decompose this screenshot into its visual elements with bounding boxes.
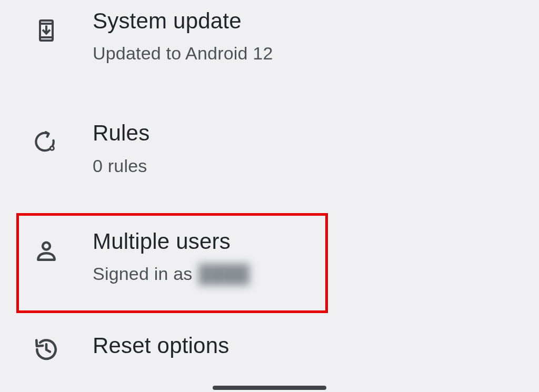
item-title: Reset options [93,334,539,358]
text-column: System update Updated to Android 12 [93,8,539,64]
text-column: Reset options [93,334,539,358]
item-subtitle: Signed in as ████ [93,264,539,284]
system-update-icon [32,16,61,45]
text-column: Rules 0 rules [93,120,539,176]
navigation-handle[interactable] [213,386,326,390]
item-title: System update [93,8,539,34]
settings-item-system-update[interactable]: System update Updated to Android 12 [0,4,539,92]
rules-icon [32,128,61,157]
icon-column [0,334,93,364]
item-title: Multiple users [93,229,539,254]
person-icon [32,236,61,266]
icon-column [0,229,93,266]
settings-item-rules[interactable]: Rules 0 rules [0,92,539,204]
svg-point-5 [51,147,53,149]
subtitle-prefix: Signed in as [93,264,197,284]
item-subtitle: 0 rules [93,156,539,176]
svg-point-6 [43,242,50,249]
icon-column [0,120,93,157]
item-title: Rules [93,120,539,146]
settings-item-multiple-users[interactable]: Multiple users Signed in as ████ [0,205,539,305]
settings-item-reset-options[interactable]: Reset options [0,305,539,364]
item-subtitle: Updated to Android 12 [93,43,539,64]
redacted-username: ████ [197,264,251,284]
system-settings-list: System update Updated to Android 12 Rule… [0,0,539,364]
history-reset-icon [32,335,61,364]
text-column: Multiple users Signed in as ████ [93,229,539,284]
icon-column [0,8,93,45]
